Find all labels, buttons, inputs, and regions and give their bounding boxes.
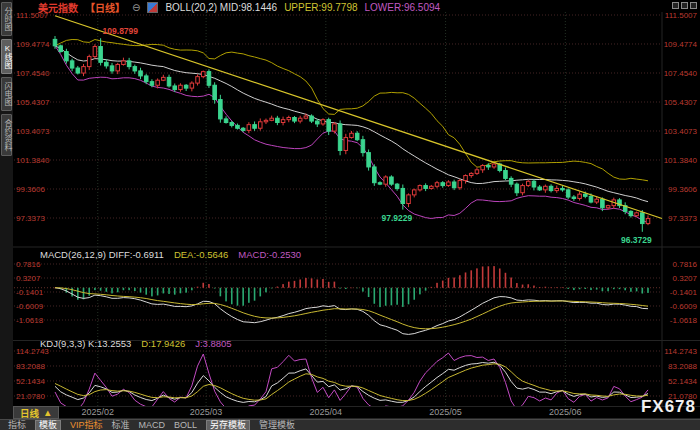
svg-text:2025/02: 2025/02 [82,407,115,417]
svg-text:52.1434: 52.1434 [668,377,697,386]
svg-text:0.7816: 0.7816 [673,260,698,269]
price-annotation: 96.3729 [621,235,652,245]
symbol-name: 美元指数 [38,0,78,15]
x-axis-month-labels: 2025/022025/032025/042025/052025/06 [82,407,582,417]
layout-icon[interactable] [672,2,679,9]
toolbar-item-6[interactable]: BOLL [174,421,197,430]
sidebar-tab-4[interactable]: 合约资料 [1,114,12,156]
svg-text:105.4307: 105.4307 [664,98,698,107]
toolbar-item-1[interactable]: 指标 [8,421,26,430]
chart-header: 美元指数 【日线】 ⊖ BOLL(20,2) MID:98.1446 UPPER… [38,1,440,14]
toolbar-item-7[interactable]: 另存模板 [206,420,250,430]
svg-text:111.5007: 111.5007 [665,11,698,20]
kdj-k-value: KDJ(9,3,3) K:13.2553 [40,338,131,349]
svg-text:103.4073: 103.4073 [16,127,50,136]
period-tag: 【日线】 [85,0,125,15]
kdj-header: KDJ(9,3,3) K:13.2553 D:17.9426 J:3.8805 [40,338,232,349]
kdj-d-value: D:17.9426 [141,338,185,349]
svg-text:97.3373: 97.3373 [16,214,45,223]
svg-text:101.3840: 101.3840 [16,156,50,165]
svg-text:-0.1401: -0.1401 [16,288,44,297]
indicator-badge-icon [147,2,158,13]
boll-upper-value: UPPER:99.7798 [284,2,357,13]
svg-text:107.4540: 107.4540 [16,69,50,78]
toolbar-item-2[interactable]: 模板 [35,420,61,430]
layout-icon[interactable] [690,2,697,9]
period-selector-button[interactable]: 日线 ▲ [13,406,59,419]
macd-header: MACD(26,12,9) DIFF:-0.6911 DEA:-0.5646 M… [40,249,301,260]
toolbar-item-3[interactable]: VIP指标 [70,421,103,430]
svg-text:-1.0618: -1.0618 [16,316,44,325]
toolbar-item-5[interactable]: MACD [139,421,166,430]
macd-value: MACD:-0.2530 [238,249,301,260]
fx678-watermark: FX678 [641,397,696,417]
macd-diff-value: MACD(26,12,9) DIFF:-0.6911 [40,249,164,260]
svg-text:107.4540: 107.4540 [664,69,698,78]
macd-dea-value: DEA:-0.5646 [174,249,228,260]
window-controls [672,2,697,9]
svg-text:114.2743: 114.2743 [664,347,697,356]
trendline[interactable] [55,16,662,219]
svg-text:0.7816: 0.7816 [16,260,41,269]
svg-text:-0.6009: -0.6009 [16,302,44,311]
kdj-panel [55,353,648,411]
boll-lower-value: LOWER:96.5094 [365,2,441,13]
toolbar-item-4[interactable]: 标准 [112,421,130,430]
svg-text:2025/05: 2025/05 [429,407,462,417]
svg-text:83.2088: 83.2088 [16,362,45,371]
svg-text:2025/04: 2025/04 [310,407,343,417]
macd-panel [54,266,649,334]
svg-text:0.3207: 0.3207 [16,274,41,283]
svg-text:103.4073: 103.4073 [664,127,698,136]
bottom-toolbar: 指标模板VIP指标标准MACDBOLL另存模板管理模板 [0,419,700,430]
svg-text:52.1434: 52.1434 [16,377,45,386]
svg-text:83.2088: 83.2088 [668,362,697,371]
trading-app-window: 111.5007111.5007109.4774109.4774107.4540… [0,0,700,430]
svg-text:105.4307: 105.4307 [16,98,50,107]
up-triangle-icon: ▲ [43,407,52,418]
svg-text:2025/03: 2025/03 [190,407,223,417]
price-annotation: 97.9229 [381,213,412,223]
period-label: 日线 [20,406,39,420]
svg-text:109.4774: 109.4774 [664,40,698,49]
svg-text:101.3840: 101.3840 [664,156,698,165]
svg-text:-0.6009: -0.6009 [670,302,698,311]
collapse-icon[interactable]: ⊖ [132,2,140,13]
svg-text:21.0780: 21.0780 [16,392,45,401]
svg-text:99.3606: 99.3606 [668,185,697,194]
sidebar-tab-1[interactable]: 分时图 [1,2,12,36]
kdj-y-axis-labels: 114.2743114.274383.208883.208852.143452.… [16,347,698,401]
svg-text:0.3207: 0.3207 [673,274,698,283]
chart-canvas[interactable]: 111.5007111.5007109.4774109.4774107.4540… [0,0,700,430]
svg-text:109.4774: 109.4774 [16,40,50,49]
price-annotation: 109.8799 [103,26,139,36]
sidebar-tab-2[interactable]: K线图 [1,39,12,74]
layout-icon[interactable] [681,2,688,9]
svg-text:2025/06: 2025/06 [549,407,582,417]
boll-mid-value: BOLL(20,2) MID:98.1446 [165,2,277,13]
kdj-j-value: J:3.8805 [195,338,231,349]
sidebar-tab-3[interactable]: 闪电图 [1,77,12,111]
svg-text:-0.1401: -0.1401 [670,288,698,297]
sidebar: 分时图K线图闪电图合约资料 [0,0,13,421]
gridlines [0,12,700,419]
candlesticks[interactable] [53,36,650,232]
svg-text:-1.0618: -1.0618 [670,316,698,325]
svg-text:99.3606: 99.3606 [16,185,45,194]
toolbar-item-8[interactable]: 管理模板 [259,421,295,430]
svg-text:97.3373: 97.3373 [668,214,697,223]
